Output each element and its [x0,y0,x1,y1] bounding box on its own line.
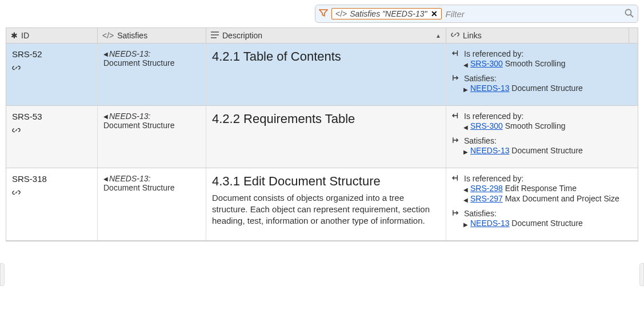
satisfies-id: NEEDS-13: [109,112,150,121]
table-header: ✱ ID </> Satisfies Description ▲ Links [6,28,638,43]
description-title: 4.2.2 Requirements Table [212,112,440,126]
triangle-icon: ◀ [463,121,468,132]
link-group-label: Satisfies: [464,74,497,83]
triangle-left-icon: ◀ [103,113,109,120]
link-id[interactable]: SRS-298 [470,184,503,193]
search-icon[interactable] [624,8,634,20]
col-header-links[interactable]: Links [446,28,629,43]
satisfies-cell: ◀NEEDS-13:Document Structure [98,168,206,241]
link-group-label: Is referenced by: [464,174,523,183]
id-cell: SRS-52 [6,43,98,105]
satisfies-cell: ◀NEEDS-13:Document Structure [98,106,206,168]
lines-icon [211,31,219,40]
satisfies-id: NEEDS-13: [109,174,150,183]
satisfies-label: Document Structure [103,58,175,68]
filter-input[interactable] [445,9,621,19]
filter-funnel-icon[interactable] [319,9,328,19]
links-cell: Is referenced by:◀SRS-300 Smooth Scrolli… [446,43,638,105]
col-label: Description [222,31,262,40]
link-entry: ◀SRS-300 Smooth Scrolling [463,58,633,69]
satisfies-label: Document Structure [103,121,175,130]
triangle-left-icon: ◀ [103,51,109,57]
col-header-satisfies[interactable]: </> Satisfies [98,28,206,43]
description-title: 4.2.1 Table of Contents [212,49,440,64]
row-id: SRS-52 [12,49,91,59]
link-icon [12,64,91,74]
svg-point-0 [626,9,631,15]
svg-line-1 [631,14,634,17]
direction-icon [452,112,461,121]
satisfies-cell: ◀NEEDS-13:Document Structure [98,43,206,105]
links-cell: Is referenced by:◀SRS-300 Smooth Scrolli… [446,106,638,168]
code-icon: </> [335,9,347,18]
asterisk-icon: ✱ [11,31,18,40]
direction-icon [452,74,461,83]
triangle-icon: ◀ [463,183,468,194]
table-row[interactable]: SRS-52◀NEEDS-13:Document Structure4.2.1 … [6,43,638,106]
link-group-label: Is referenced by: [464,49,523,58]
link-id[interactable]: NEEDS-13 [470,146,509,155]
row-id: SRS-318 [12,174,91,184]
row-id: SRS-53 [12,112,91,121]
link-id[interactable]: SRS-300 [470,121,503,130]
col-header-id[interactable]: ✱ ID [6,28,98,43]
col-label: Satisfies [117,31,147,40]
triangle-icon: ▶ [463,218,468,229]
col-label: Links [463,31,482,40]
links-cell: Is referenced by:◀SRS-298 Edit Response … [446,168,638,241]
link-icon [12,126,91,136]
filter-chip-text: Satisfies "NEEDS-13" [350,9,427,18]
satisfies-label: Document Structure [103,183,175,192]
satisfies-id: NEEDS-13: [109,49,150,58]
link-id[interactable]: SRS-297 [470,194,503,203]
link-id[interactable]: SRS-300 [470,59,503,68]
link-group-label: Is referenced by: [464,112,523,121]
description-cell: 4.3.1 Edit Document StructureDocument co… [206,168,446,241]
triangle-icon: ▶ [463,83,468,94]
id-cell: SRS-318 [6,168,98,241]
link-label: Max Document and Project Size [505,194,619,203]
direction-icon [452,136,461,145]
link-group: Is referenced by:◀SRS-300 Smooth Scrolli… [452,112,633,132]
link-entry: ◀SRS-298 Edit Response Time [463,183,633,194]
triangle-icon: ▶ [463,145,468,156]
col-header-description[interactable]: Description ▲ [206,28,446,43]
link-id[interactable]: NEEDS-13 [470,219,509,228]
table-row[interactable]: SRS-53◀NEEDS-13:Document Structure4.2.2 … [6,106,638,168]
link-group: Satisfies:▶NEEDS-13 Document Structure [452,209,633,229]
link-label: Document Structure [511,146,583,155]
table-body: SRS-52◀NEEDS-13:Document Structure4.2.1 … [6,43,638,241]
filter-bar: </> Satisfies "NEEDS-13" ✕ [315,5,638,23]
link-label: Smooth Scrolling [505,59,566,68]
link-label: Smooth Scrolling [505,121,566,130]
link-entry: ◀SRS-300 Smooth Scrolling [463,121,633,132]
link-entry: ▶NEEDS-13 Document Structure [463,218,633,229]
link-group-label: Satisfies: [464,209,497,218]
link-group-label: Satisfies: [464,136,497,145]
triangle-icon: ◀ [463,193,468,204]
link-group: Satisfies:▶NEEDS-13 Document Structure [452,74,633,94]
triangle-left-icon: ◀ [103,176,109,182]
link-entry: ▶NEEDS-13 Document Structure [463,145,633,156]
link-id[interactable]: NEEDS-13 [470,84,509,93]
table-row[interactable]: SRS-318◀NEEDS-13:Document Structure4.3.1… [6,168,638,241]
link-entry: ◀SRS-297 Max Document and Project Size [463,193,633,204]
direction-icon [452,49,461,58]
link-group: Is referenced by:◀SRS-300 Smooth Scrolli… [452,49,633,69]
link-group: Is referenced by:◀SRS-298 Edit Response … [452,174,633,205]
link-label: Document Structure [511,219,583,228]
close-icon[interactable]: ✕ [430,9,439,18]
direction-icon [452,174,461,183]
requirements-table: ✱ ID </> Satisfies Description ▲ Links S… [6,27,638,241]
link-label: Edit Response Time [505,184,577,193]
direction-icon [452,209,461,218]
column-picker-button[interactable] [629,28,638,43]
triangle-icon: ◀ [463,58,468,69]
sort-asc-icon: ▲ [435,33,441,39]
link-icon [12,188,91,199]
col-label: ID [21,31,29,40]
description-cell: 4.2.2 Requirements Table [206,106,446,168]
filter-chip[interactable]: </> Satisfies "NEEDS-13" ✕ [331,8,442,19]
link-label: Document Structure [511,84,583,93]
link-group: Satisfies:▶NEEDS-13 Document Structure [452,136,633,156]
